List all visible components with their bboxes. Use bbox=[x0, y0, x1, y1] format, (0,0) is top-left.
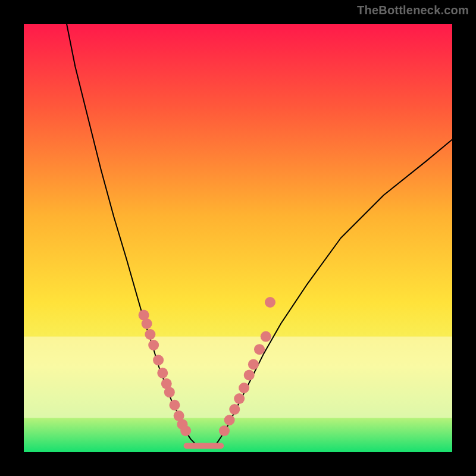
marker-left bbox=[164, 387, 175, 397]
marker-right bbox=[254, 344, 265, 355]
marker-left bbox=[148, 340, 159, 350]
marker-right bbox=[219, 425, 230, 436]
watermark-text: TheBottleneck.com bbox=[357, 4, 469, 17]
outer-frame: TheBottleneck.com bbox=[0, 0, 476, 476]
marker-right bbox=[261, 331, 271, 342]
chart-svg bbox=[24, 24, 452, 452]
marker-left bbox=[142, 318, 152, 329]
marker-left bbox=[157, 368, 168, 378]
marker-right bbox=[229, 404, 240, 415]
marker-left bbox=[145, 329, 155, 340]
marker-left bbox=[153, 355, 164, 365]
marker-left bbox=[180, 425, 191, 436]
marker-right bbox=[244, 369, 255, 380]
plot-area bbox=[24, 24, 452, 452]
marker-right bbox=[224, 415, 235, 425]
marker-left bbox=[169, 400, 180, 411]
marker-right bbox=[248, 359, 259, 369]
marker-outlier bbox=[265, 297, 275, 308]
marker-right bbox=[239, 383, 249, 393]
marker-right bbox=[234, 393, 245, 404]
